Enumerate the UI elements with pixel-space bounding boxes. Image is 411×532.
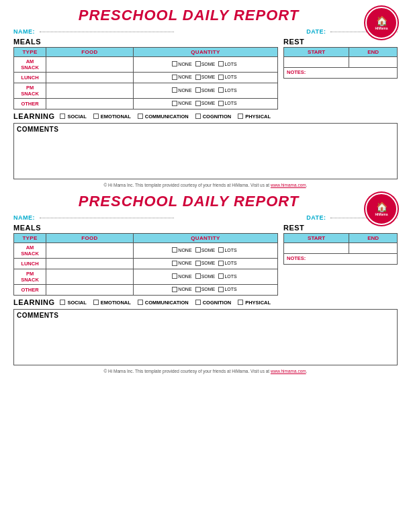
cb-lots-pmsnack-1[interactable] — [218, 87, 224, 93]
cb-some-pmsnack-2[interactable] — [195, 273, 201, 279]
col-quantity-1: QUANTITY — [134, 48, 278, 57]
table-row — [284, 57, 398, 68]
col-start-2: START — [284, 234, 349, 243]
comments-title-2: COMMENTS — [14, 310, 397, 321]
col-end-1: END — [349, 48, 398, 57]
cb-none-other-2[interactable] — [172, 287, 177, 292]
cb-some-other-2[interactable] — [195, 287, 201, 292]
table-row: NOTES: — [284, 254, 398, 265]
comments-box-2: COMMENTS — [13, 309, 398, 365]
meals-table-1: TYPE FOOD QUANTITY AM SNACK NONE SOME — [13, 47, 278, 109]
cb-none-lunch-1[interactable] — [172, 75, 177, 80]
name-date-row-1: NAME: DATE: — [13, 28, 398, 35]
rest-section-2: REST START END NOTES: — [283, 224, 398, 296]
cb-none-lunch-2[interactable] — [172, 261, 177, 266]
learning-communication-1[interactable]: COMMUNICATION — [138, 114, 189, 120]
rest-section-1: REST START END NOTES: — [283, 38, 398, 109]
page: 🏠 HiMama PRESCHOOL DAILY REPORT NAME: DA… — [0, 0, 411, 386]
table-row: OTHER NONE SOME LOTS — [14, 99, 278, 109]
col-end-2: END — [349, 234, 398, 243]
learning-physical-1[interactable]: PHYSICAL — [238, 114, 271, 120]
col-type-1: TYPE — [14, 48, 46, 57]
learning-items-1: SOCIAL EMOTIONAL COMMUNICATION COGNITION… — [60, 114, 271, 120]
table-row: NOTES: — [284, 68, 398, 79]
comments-box-1: COMMENTS — [13, 123, 398, 179]
table-row: PM SNACK NONE SOME LOTS — [14, 269, 278, 285]
learning-emotional-1[interactable]: EMOTIONAL — [93, 114, 131, 120]
table-row: LUNCH NONE SOME LOTS — [14, 73, 278, 83]
cb-some-lunch-1[interactable] — [195, 75, 201, 80]
meals-rest-row-2: MEALS TYPE FOOD QUANTITY AM SNACK — [13, 224, 398, 296]
learning-emotional-2[interactable]: EMOTIONAL — [93, 300, 131, 306]
cb-some-other-1[interactable] — [195, 101, 201, 106]
table-row: LUNCH NONE SOME LOTS — [14, 259, 278, 269]
cb-lots-lunch-1[interactable] — [218, 75, 224, 80]
name-field-1[interactable]: NAME: — [13, 28, 174, 35]
report-title-2: PRESCHOOL DAILY REPORT — [13, 193, 398, 210]
meals-section-2: MEALS TYPE FOOD QUANTITY AM SNACK — [13, 224, 278, 296]
table-row: AM SNACK NONE SOME LOTS — [14, 57, 278, 73]
comments-area-2[interactable] — [14, 321, 397, 365]
col-type-2: TYPE — [14, 234, 46, 243]
col-start-1: START — [284, 48, 349, 57]
learning-physical-2[interactable]: PHYSICAL — [238, 300, 271, 306]
cb-some-lunch-2[interactable] — [195, 261, 201, 266]
himama-logo: 🏠 HiMama — [365, 7, 398, 39]
learning-label-1: LEARNING — [13, 112, 54, 120]
cb-some-pmsnack-1[interactable] — [195, 87, 201, 93]
cb-lots-other-1[interactable] — [218, 101, 224, 106]
footer-link-1[interactable]: www.himama.com — [271, 183, 306, 187]
col-quantity-2: QUANTITY — [134, 234, 278, 243]
meals-title-2: MEALS — [13, 224, 278, 232]
learning-row-2: LEARNING SOCIAL EMOTIONAL COMMUNICATION … — [13, 298, 398, 306]
table-row: PM SNACK NONE SOME LOTS — [14, 83, 278, 99]
learning-items-2: SOCIAL EMOTIONAL COMMUNICATION COGNITION… — [60, 300, 271, 306]
cb-none-pmsnack-1[interactable] — [172, 87, 177, 93]
cb-some-amsnack-1[interactable] — [195, 61, 201, 66]
cb-lots-amsnack-1[interactable] — [218, 61, 224, 66]
learning-communication-2[interactable]: COMMUNICATION — [138, 300, 189, 306]
learning-social-1[interactable]: SOCIAL — [60, 114, 86, 120]
report-title-1: PRESCHOOL DAILY REPORT — [13, 7, 398, 24]
learning-cognition-1[interactable]: COGNITION — [195, 114, 232, 120]
col-food-1: FOOD — [46, 48, 134, 57]
himama-logo-2: 🏠 HiMama — [365, 193, 398, 225]
comments-title-1: COMMENTS — [14, 124, 397, 135]
learning-row-1: LEARNING SOCIAL EMOTIONAL COMMUNICATION … — [13, 112, 398, 120]
table-row — [284, 243, 398, 254]
learning-social-2[interactable]: SOCIAL — [60, 300, 86, 306]
col-food-2: FOOD — [46, 234, 134, 243]
cb-lots-pmsnack-2[interactable] — [218, 273, 224, 279]
footer-2: © Hi Mama Inc. This template provided co… — [13, 369, 398, 373]
cb-none-amsnack-2[interactable] — [172, 247, 177, 253]
cb-none-pmsnack-2[interactable] — [172, 273, 177, 279]
report-section-1: 🏠 HiMama PRESCHOOL DAILY REPORT NAME: DA… — [13, 7, 398, 187]
footer-link-2[interactable]: www.himama.com — [271, 369, 306, 373]
cb-lots-lunch-2[interactable] — [218, 261, 224, 266]
learning-label-2: LEARNING — [13, 298, 54, 306]
report-section-2: 🏠 HiMama PRESCHOOL DAILY REPORT NAME: DA… — [13, 193, 398, 373]
rest-table-2: START END NOTES: — [283, 233, 398, 265]
cb-some-amsnack-2[interactable] — [195, 247, 201, 253]
meals-title-1: MEALS — [13, 38, 278, 46]
name-date-row-2: NAME: DATE: — [13, 214, 398, 221]
meals-table-2: TYPE FOOD QUANTITY AM SNACK NONE SOME — [13, 233, 278, 296]
meals-section-1: MEALS TYPE FOOD QUANTITY AM SNACK — [13, 38, 278, 109]
table-row: OTHER NONE SOME LOTS — [14, 285, 278, 296]
rest-table-1: START END NOTES: — [283, 47, 398, 79]
footer-1: © Hi Mama Inc. This template provided co… — [13, 183, 398, 187]
meals-rest-row-1: MEALS TYPE FOOD QUANTITY AM SNACK — [13, 38, 398, 109]
cb-none-other-1[interactable] — [172, 101, 177, 106]
comments-area-1[interactable] — [14, 135, 397, 179]
cb-none-amsnack-1[interactable] — [172, 61, 177, 66]
name-field-2[interactable]: NAME: — [13, 214, 174, 221]
table-row: AM SNACK NONE SOME LOTS — [14, 243, 278, 259]
cb-lots-amsnack-2[interactable] — [218, 247, 224, 253]
cb-lots-other-2[interactable] — [218, 287, 224, 292]
learning-cognition-2[interactable]: COGNITION — [195, 300, 232, 306]
